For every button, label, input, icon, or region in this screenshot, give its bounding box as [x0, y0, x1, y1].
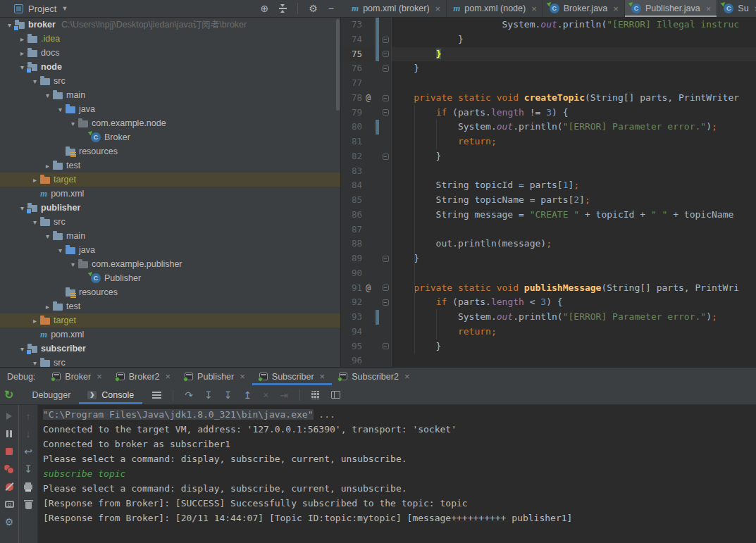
- close-tab-icon[interactable]: ×: [706, 4, 712, 14]
- line-number[interactable]: 90: [341, 266, 362, 281]
- tree-item-broker[interactable]: ▾brokerC:\Users\lnpjj\Desktop\jiedan\jav…: [0, 18, 340, 32]
- fold-icon[interactable]: −: [383, 299, 389, 306]
- chevron-expanded-icon[interactable]: ▾: [42, 92, 53, 99]
- fold-toggle[interactable]: −: [380, 295, 391, 310]
- soft-wrap-button[interactable]: ↩: [24, 447, 32, 456]
- debug-tab-broker2[interactable]: Broker2×: [109, 368, 178, 385]
- tree-item-resources[interactable]: resources: [0, 144, 340, 158]
- fold-icon[interactable]: −: [383, 37, 389, 43]
- view-tab-debugger[interactable]: Debugger: [23, 385, 79, 404]
- line-number[interactable]: 92: [341, 295, 362, 310]
- step-over-icon[interactable]: ↷: [185, 390, 193, 400]
- code-line[interactable]: 87: [341, 223, 756, 237]
- tree-item-resources[interactable]: resources: [0, 285, 340, 299]
- line-number[interactable]: 95: [341, 339, 362, 354]
- line-number[interactable]: 81: [341, 135, 362, 149]
- line-number[interactable]: 75: [341, 47, 362, 62]
- down-stack-button[interactable]: ↓: [26, 429, 31, 439]
- code-line[interactable]: 90: [341, 266, 756, 281]
- tree-item-publisher[interactable]: CPublisher: [0, 271, 340, 285]
- code-line[interactable]: 84 String topicId = parts[1];: [341, 178, 756, 193]
- fold-toggle[interactable]: −: [380, 251, 391, 266]
- layout-settings-icon[interactable]: [331, 391, 340, 399]
- fold-icon[interactable]: −: [383, 256, 389, 262]
- tree-item-src[interactable]: ▾src: [0, 356, 340, 367]
- step-into-icon[interactable]: ↧: [204, 390, 213, 400]
- line-number[interactable]: 87: [341, 223, 362, 237]
- close-tab-icon[interactable]: ×: [531, 4, 537, 14]
- tree-item-idea[interactable]: ▸.idea: [0, 32, 340, 46]
- view-breakpoints-button[interactable]: [4, 465, 14, 474]
- tree-item-node[interactable]: ▾node: [0, 60, 340, 74]
- code-line[interactable]: 78@− private static void createTopic(Str…: [341, 91, 756, 106]
- step-out-icon[interactable]: ↥: [243, 390, 252, 400]
- chevron-collapsed-icon[interactable]: ▸: [42, 303, 53, 311]
- close-tab-icon[interactable]: ×: [166, 371, 171, 382]
- fold-icon[interactable]: −: [383, 343, 389, 349]
- debug-tab-publisher[interactable]: Publisher×: [178, 368, 252, 385]
- code-line[interactable]: 95− }: [341, 339, 756, 354]
- tree-item-docs[interactable]: ▸docs: [0, 46, 340, 60]
- line-number[interactable]: 85: [341, 193, 362, 208]
- force-step-into-icon[interactable]: ↧: [224, 390, 233, 400]
- chevron-expanded-icon[interactable]: ▾: [30, 77, 40, 85]
- fold-toggle[interactable]: −: [380, 91, 391, 106]
- console-output[interactable]: "C:\Program Files\Java\jdk1.8.0_321\bin\…: [38, 405, 756, 543]
- close-tab-icon[interactable]: ×: [240, 371, 245, 382]
- thread-dump-camera-button[interactable]: [5, 501, 14, 508]
- code-line[interactable]: 73 System.out.println("[ERROR] Illegal i…: [341, 18, 756, 32]
- options-menu-icon[interactable]: [152, 392, 161, 399]
- code-line[interactable]: 88 out.println(message);: [341, 237, 756, 251]
- line-number[interactable]: 74: [341, 32, 362, 47]
- tree-item-broker[interactable]: CBroker: [0, 130, 340, 144]
- code-line[interactable]: 85 String topicName = parts[2];: [341, 193, 756, 208]
- tree-item-test[interactable]: ▸test: [0, 158, 340, 173]
- line-number[interactable]: 89: [341, 251, 362, 266]
- clear-console-button[interactable]: [25, 502, 32, 509]
- tree-item-java[interactable]: ▾java: [0, 243, 340, 257]
- line-number[interactable]: 96: [341, 354, 362, 367]
- line-number[interactable]: 80: [341, 120, 362, 135]
- code-line[interactable]: 80 System.out.println("[ERROR] Parameter…: [341, 120, 756, 135]
- line-number[interactable]: 94: [341, 325, 362, 339]
- code-line[interactable]: 89− }: [341, 251, 756, 266]
- line-number[interactable]: 83: [341, 164, 362, 179]
- chevron-expanded-icon[interactable]: ▾: [30, 359, 40, 367]
- up-stack-button[interactable]: ↑: [26, 411, 31, 421]
- debug-tab-subscriber2[interactable]: Subscriber2×: [332, 368, 416, 385]
- chevron-expanded-icon[interactable]: ▾: [30, 218, 40, 226]
- tree-item-java[interactable]: ▾java: [0, 102, 340, 116]
- chevron-expanded-icon[interactable]: ▾: [55, 106, 66, 113]
- editor-tab-publisher-java[interactable]: CPublisher.java×: [625, 0, 717, 17]
- line-number[interactable]: 77: [341, 76, 362, 91]
- tree-item-com-example-publisher[interactable]: ▾com.example.publisher: [0, 257, 340, 271]
- line-number[interactable]: 73: [341, 18, 362, 32]
- pause-button[interactable]: [6, 430, 12, 437]
- resume-button[interactable]: [6, 413, 12, 420]
- tree-item-subscriber[interactable]: ▾subscriber: [0, 342, 340, 356]
- fold-toggle[interactable]: −: [380, 281, 391, 296]
- run-to-cursor-icon[interactable]: ⇥: [280, 390, 288, 400]
- fold-toggle[interactable]: −: [380, 61, 391, 76]
- code-line[interactable]: 86 String message = "CREATE " + topicId …: [341, 208, 756, 223]
- chevron-collapsed-icon[interactable]: ▸: [17, 35, 27, 43]
- print-button[interactable]: [24, 485, 32, 489]
- editor-tab-pom-xml-node[interactable]: mpom.xml (node)×: [447, 0, 543, 17]
- code-line[interactable]: 77: [341, 76, 756, 91]
- chevron-collapsed-icon[interactable]: ▸: [30, 176, 40, 184]
- line-number[interactable]: 86: [341, 208, 362, 223]
- code-line[interactable]: 94 return;: [341, 325, 756, 339]
- fold-icon[interactable]: −: [383, 109, 389, 116]
- evaluate-expression-icon[interactable]: [311, 391, 320, 399]
- close-tab-icon[interactable]: ×: [404, 371, 410, 382]
- settings-gear-icon[interactable]: ⚙: [309, 4, 318, 13]
- chevron-collapsed-icon[interactable]: ▸: [17, 49, 27, 57]
- chevron-expanded-icon[interactable]: ▾: [68, 261, 78, 268]
- chevron-expanded-icon[interactable]: ▾: [68, 120, 78, 127]
- fold-toggle[interactable]: −: [380, 339, 391, 354]
- mute-breakpoints-button[interactable]: [6, 483, 13, 491]
- close-tab-icon[interactable]: ×: [97, 371, 102, 382]
- code-line[interactable]: 83: [341, 164, 756, 179]
- editor-tab-su[interactable]: CSu×: [717, 0, 756, 17]
- hide-panel-icon[interactable]: −: [328, 4, 334, 13]
